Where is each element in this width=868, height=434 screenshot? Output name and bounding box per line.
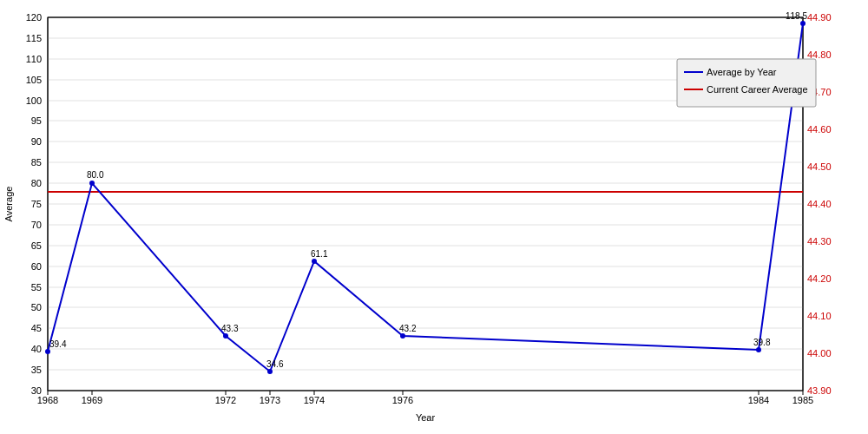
- label-1973: 34.6: [266, 359, 284, 369]
- svg-text:1984: 1984: [748, 395, 769, 405]
- svg-text:44.30: 44.30: [807, 236, 832, 247]
- svg-text:44.50: 44.50: [807, 161, 832, 172]
- svg-text:115: 115: [26, 33, 42, 43]
- legend-label-career: Current Career Average: [707, 84, 808, 95]
- svg-text:1974: 1974: [304, 395, 325, 405]
- svg-text:44.60: 44.60: [807, 124, 832, 135]
- svg-text:65: 65: [31, 240, 42, 251]
- svg-text:60: 60: [31, 261, 42, 272]
- svg-text:100: 100: [26, 95, 42, 106]
- svg-text:44.40: 44.40: [807, 199, 832, 209]
- data-point-1969: [89, 181, 95, 186]
- svg-text:110: 110: [26, 54, 42, 64]
- x-axis-ticks: 1968 1969 1972 1973 1974 1976 1984 1985: [37, 391, 813, 405]
- svg-text:90: 90: [31, 136, 42, 147]
- label-1984: 39.8: [753, 338, 771, 347]
- svg-text:75: 75: [31, 199, 42, 209]
- y-axis-label: Average: [3, 187, 14, 222]
- svg-text:44.90: 44.90: [807, 12, 832, 23]
- label-1968: 39.4: [49, 339, 67, 349]
- chart-svg: 120 115 110 105 100 95 90 85 80: [0, 0, 868, 434]
- data-point-1968: [45, 349, 50, 354]
- svg-text:1985: 1985: [792, 395, 813, 405]
- data-point-1985: [800, 21, 806, 26]
- svg-text:40: 40: [31, 344, 42, 354]
- svg-text:44.00: 44.00: [807, 348, 832, 358]
- svg-text:44.20: 44.20: [807, 273, 832, 284]
- svg-text:50: 50: [31, 302, 42, 312]
- svg-text:85: 85: [31, 157, 42, 168]
- data-point-1976: [400, 333, 405, 339]
- x-axis-label: Year: [416, 412, 436, 423]
- chart-container: 120 115 110 105 100 95 90 85 80: [0, 0, 868, 434]
- svg-text:105: 105: [26, 75, 42, 85]
- svg-text:80: 80: [31, 178, 42, 188]
- label-1969: 80.0: [87, 170, 104, 180]
- svg-text:44.10: 44.10: [807, 311, 832, 321]
- svg-text:95: 95: [31, 115, 42, 126]
- data-point-1973: [267, 369, 273, 374]
- data-point-1984: [756, 347, 761, 352]
- data-point-1974: [312, 259, 317, 264]
- legend-label-avg: Average by Year: [707, 67, 777, 77]
- svg-text:1968: 1968: [37, 395, 58, 405]
- svg-text:55: 55: [31, 282, 42, 293]
- label-1985: 118.5: [786, 11, 807, 21]
- data-point-1972: [223, 333, 228, 339]
- svg-text:1976: 1976: [392, 395, 413, 405]
- svg-text:45: 45: [31, 323, 42, 333]
- svg-text:70: 70: [31, 220, 42, 230]
- svg-text:35: 35: [31, 365, 42, 375]
- label-1976: 43.2: [399, 324, 417, 333]
- svg-text:1973: 1973: [260, 395, 280, 405]
- svg-text:120: 120: [26, 12, 42, 23]
- label-1974: 61.1: [311, 249, 328, 259]
- svg-text:1972: 1972: [215, 395, 236, 405]
- label-1972: 43.3: [221, 324, 239, 333]
- svg-text:1969: 1969: [82, 395, 102, 405]
- svg-text:44.80: 44.80: [807, 49, 832, 60]
